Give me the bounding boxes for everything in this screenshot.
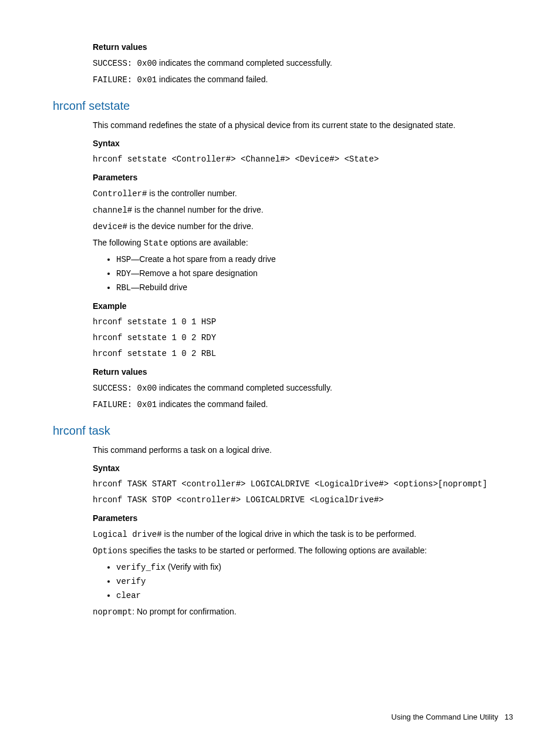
return-value-success: SUCCESS: 0x00 indicates the command comp… [93, 382, 513, 395]
intro-text: This command performs a task on a logica… [93, 444, 513, 456]
param-channel: channel# is the channel number for the d… [93, 204, 513, 217]
example-line: hrconf setstate 1 0 2 RDY [93, 332, 513, 344]
task-options-list: verify_fix (Verify with fix) verify clea… [93, 561, 513, 602]
code: Logical drive# [93, 530, 162, 539]
list-item: RBL—Rebuild drive [116, 281, 513, 294]
param-state-intro: The following State options are availabl… [93, 237, 513, 250]
code: SUCCESS: 0x00 [93, 59, 157, 68]
text: is the controller number. [147, 189, 237, 198]
section-title-hrconf-task: hrconf task [53, 422, 513, 439]
code: verify_fix [116, 563, 166, 572]
code: FAILURE: 0x01 [93, 400, 157, 409]
param-controller: Controller# is the controller number. [93, 187, 513, 200]
code: clear [116, 591, 141, 600]
param-device: device# is the device number for the dri… [93, 220, 513, 233]
text: —Create a hot spare from a ready drive [131, 254, 276, 264]
text: : No prompt for confirmation. [132, 607, 236, 616]
text: is the device number for the drive. [127, 221, 254, 231]
text: indicates the command failed. [157, 399, 268, 409]
text: is the channel number for the drive. [132, 205, 263, 214]
param-options: Options specifies the tasks to be starte… [93, 545, 513, 557]
return-value-failure: FAILURE: 0x01 indicates the command fail… [93, 398, 513, 411]
list-item: HSP—Create a hot spare from a ready driv… [116, 253, 513, 266]
example-line: hrconf setstate 1 0 2 RBL [93, 348, 513, 360]
list-item: RDY—Remove a hot spare designation [116, 267, 513, 280]
return-value-failure: FAILURE: 0x01 indicates the command fail… [93, 73, 513, 86]
code: verify [116, 577, 146, 586]
intro-text: This command redefines the state of a ph… [93, 119, 513, 132]
list-item: verify [116, 575, 513, 588]
parameters-heading: Parameters [93, 172, 513, 184]
code: Controller# [93, 189, 147, 199]
syntax-code: hrconf TASK STOP <controller#> LOGICALDR… [93, 494, 513, 506]
section-title-hrconf-setstate: hrconf setstate [53, 97, 513, 115]
code: RDY [116, 269, 131, 278]
text-pre: The following [93, 238, 143, 247]
param-noprompt: noprompt: No prompt for confirmation. [93, 606, 513, 619]
text: indicates the command completed successf… [157, 383, 332, 392]
list-item: clear [116, 589, 513, 602]
syntax-code: hrconf TASK START <controller#> LOGICALD… [93, 478, 513, 490]
state-options-list: HSP—Create a hot spare from a ready driv… [93, 253, 513, 294]
syntax-heading: Syntax [93, 137, 513, 150]
return-value-success: SUCCESS: 0x00 indicates the command comp… [93, 57, 513, 70]
code: Options [93, 546, 127, 556]
text: indicates the command failed. [157, 75, 268, 84]
text: indicates the command completed successf… [157, 58, 332, 68]
code: channel# [93, 206, 132, 215]
code: HSP [116, 255, 131, 264]
code: RBL [116, 283, 131, 293]
example-line: hrconf setstate 1 0 1 HSP [93, 316, 513, 328]
return-values-heading: Return values [93, 366, 513, 378]
code: FAILURE: 0x01 [93, 75, 157, 85]
parameters-heading: Parameters [93, 512, 513, 525]
text: —Remove a hot spare designation [131, 268, 258, 278]
text: —Rebuild drive [131, 283, 187, 292]
param-logical-drive: Logical drive# is the number of the logi… [93, 528, 513, 541]
text: is the number of the logical drive in wh… [162, 529, 416, 539]
list-item: verify_fix (Verify with fix) [116, 561, 513, 574]
code: noprompt [93, 607, 132, 617]
text: specifies the tasks to be started or per… [127, 546, 427, 555]
code: device# [93, 222, 127, 231]
code: State [143, 238, 168, 248]
text-post: options are available: [168, 238, 248, 247]
text: (Verify with fix) [166, 562, 221, 572]
syntax-code: hrconf setstate <Controller#> <Channel#>… [93, 153, 513, 166]
example-heading: Example [93, 300, 513, 312]
code: SUCCESS: 0x00 [93, 384, 157, 393]
return-values-heading: Return values [93, 41, 513, 53]
syntax-heading: Syntax [93, 462, 513, 475]
